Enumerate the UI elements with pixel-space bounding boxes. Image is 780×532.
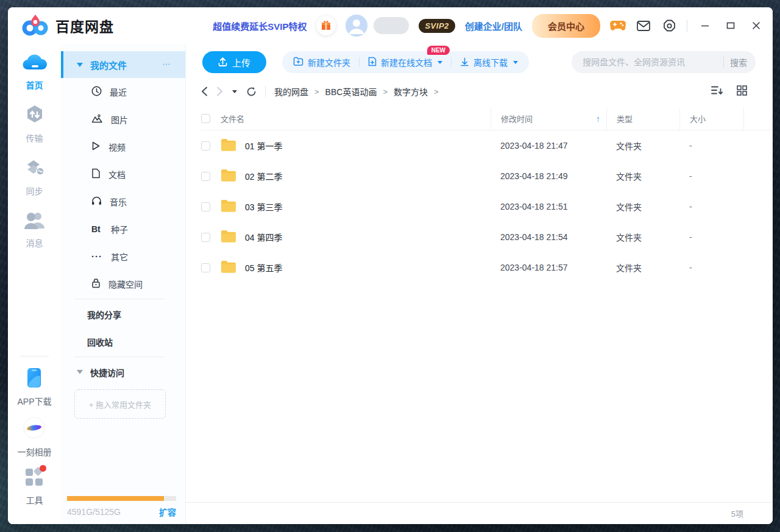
back-button[interactable] [201, 87, 208, 96]
action-toolbar: 上传 新建文件夹 NEW [202, 51, 756, 73]
create-team-link[interactable]: 创建企业/团队 [465, 20, 522, 32]
table-row[interactable]: 03 第三季 2023-04-18 21:51 文件夹 - [201, 191, 773, 222]
rail-label-sync: 同步 [26, 185, 43, 197]
new-online-doc-button[interactable]: NEW 新建在线文档 [368, 56, 442, 68]
rail-item-tools[interactable]: 工具 [24, 467, 44, 506]
file-modified: 2023-04-18 21:51 [491, 191, 606, 222]
sidebar-item-recycle-bin[interactable]: 回收站 [61, 328, 185, 355]
sidebar-label-pictures: 图片 [111, 113, 128, 126]
member-center-button[interactable]: 会员中心 [532, 14, 600, 38]
sidebar-item-my-shares[interactable]: 我的分享 [61, 300, 185, 328]
sidebar-label-others: 其它 [111, 250, 128, 263]
breadcrumb-item-1[interactable]: BBC英语动画 [325, 85, 377, 98]
upload-button[interactable]: 上传 [202, 51, 266, 73]
settings-icon[interactable] [661, 18, 677, 34]
rail-item-transfer[interactable]: 传输 [24, 104, 45, 144]
file-name: 02 第二季 [245, 170, 282, 182]
history-dropdown-icon[interactable] [232, 90, 238, 94]
sort-ascending-icon[interactable]: ↑ [596, 114, 600, 124]
forward-button[interactable] [216, 87, 223, 96]
game-controller-icon[interactable] [610, 18, 626, 34]
tools-notification-dot [40, 465, 46, 472]
breadcrumb-item-2[interactable]: 数字方块 [394, 85, 428, 98]
rail-bottom: APP下载 一刻相册 [17, 352, 51, 516]
rail-label-tools: 工具 [26, 494, 43, 506]
titlebar-divider [687, 20, 687, 32]
minimize-button[interactable] [697, 18, 713, 34]
row-checkbox[interactable] [201, 263, 210, 272]
sidebar-section-my-files[interactable]: 我的文件 ⋮ [61, 51, 185, 78]
more-options-icon[interactable]: ⋮ [165, 60, 168, 69]
rail-item-photo-album[interactable]: 一刻相册 [17, 417, 51, 458]
sidebar-item-pictures[interactable]: 图片 [61, 105, 185, 133]
file-name: 05 第五季 [245, 261, 282, 274]
lock-icon [91, 278, 101, 290]
maximize-button[interactable] [723, 18, 739, 34]
modified-label: 修改时间 [501, 113, 533, 124]
folder-icon [221, 169, 236, 183]
sidebar-item-documents[interactable]: 文档 [61, 160, 185, 188]
search-input[interactable] [583, 57, 717, 67]
column-header-size[interactable]: 大小 [679, 107, 743, 130]
new-doc-icon [368, 57, 377, 68]
table-row[interactable]: 05 第五季 2023-04-18 21:57 文件夹 - [201, 252, 773, 283]
baidu-netdisk-logo-icon [21, 12, 49, 39]
table-row[interactable]: 02 第二季 2023-04-18 21:49 文件夹 - [201, 161, 773, 191]
sidebar-item-recent[interactable]: 最近 [61, 78, 185, 105]
sidebar-divider [74, 356, 165, 357]
app-download-phone-icon [26, 367, 43, 391]
row-checkbox[interactable] [201, 233, 210, 242]
row-checkbox[interactable] [201, 172, 210, 181]
new-folder-button[interactable]: 新建文件夹 [293, 56, 350, 68]
user-avatar[interactable] [346, 15, 367, 37]
rail-item-app-download[interactable]: APP下载 [17, 367, 51, 407]
rail-label-transfer: 传输 [26, 132, 43, 144]
sidebar-item-torrents[interactable]: Bt 种子 [61, 215, 185, 243]
svip-promo-link[interactable]: 超值续费延长SVIP特权 [213, 20, 307, 32]
rail-item-sync[interactable]: 同步 [24, 157, 46, 197]
column-header-modified[interactable]: 修改时间 ↑ [491, 107, 606, 130]
sidebar-item-others[interactable]: ··· 其它 [61, 243, 185, 270]
messages-people-icon [24, 210, 46, 232]
row-checkbox[interactable] [201, 202, 210, 211]
rail-item-messages[interactable]: 消息 [24, 210, 46, 249]
close-button[interactable] [748, 18, 764, 34]
breadcrumb: 我的网盘 > BBC英语动画 > 数字方块 > [274, 85, 439, 98]
column-header-type[interactable]: 类型 [606, 107, 679, 130]
rail-item-home[interactable]: 首页 [22, 52, 48, 91]
table-header: 文件名 修改时间 ↑ 类型 大小 [201, 107, 773, 130]
new-badge: NEW [427, 46, 450, 55]
sidebar-item-hidden-space[interactable]: 隐藏空间 [61, 270, 185, 297]
home-cloud-icon [22, 52, 48, 74]
svip-level-badge[interactable]: SVIP2 [419, 19, 455, 33]
select-all-checkbox[interactable] [201, 114, 210, 123]
main-content: 上传 新建文件夹 NEW [186, 44, 773, 524]
table-row[interactable]: 01 第一季 2023-04-18 21:47 文件夹 - [201, 130, 773, 161]
offline-download-button[interactable]: 离线下载 [460, 56, 518, 68]
folder-icon [221, 199, 236, 214]
status-bar: 5项 [186, 502, 773, 524]
sidebar-label-hidden-space: 隐藏空间 [108, 278, 143, 290]
sort-list-icon[interactable] [711, 85, 723, 98]
file-size: - [679, 191, 743, 222]
sidebar-item-videos[interactable]: 视频 [61, 133, 185, 160]
drag-folder-drop-zone[interactable]: + 拖入常用文件夹 [74, 389, 166, 419]
mail-icon[interactable] [636, 18, 651, 34]
column-header-name[interactable]: 文件名 [221, 113, 491, 124]
table-row[interactable]: 04 第四季 2023-04-18 21:54 文件夹 - [201, 222, 773, 252]
gift-icon[interactable] [316, 16, 336, 35]
breadcrumb-item-root[interactable]: 我的网盘 [274, 85, 308, 98]
row-checkbox[interactable] [201, 141, 210, 151]
play-icon [91, 141, 101, 153]
file-type: 文件夹 [606, 161, 679, 191]
sidebar-section-quick-access[interactable]: 快捷访问 [61, 358, 185, 386]
expand-storage-link[interactable]: 扩容 [159, 506, 176, 518]
search-bar: 搜索 [572, 51, 756, 73]
breadcrumb-divider [265, 86, 266, 97]
search-button[interactable]: 搜索 [730, 56, 747, 68]
sidebar-label-torrents: 种子 [111, 223, 128, 235]
left-rail: 首页 传输 [8, 44, 61, 524]
sidebar-item-music[interactable]: 音乐 [61, 188, 185, 215]
grid-view-icon[interactable] [737, 85, 747, 98]
refresh-icon[interactable] [246, 87, 257, 97]
